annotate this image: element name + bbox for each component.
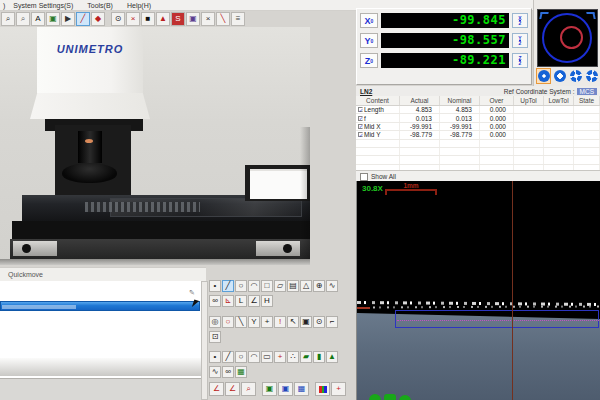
col-header-actual[interactable]: Actual — [400, 96, 440, 105]
cylinder-tool[interactable]: ▤ — [287, 280, 299, 292]
l-shape-tool[interactable]: L — [235, 295, 247, 307]
table-row-0[interactable]: ✓Length4.8534.8530.000 — [356, 106, 600, 114]
half-z-button[interactable]: Z2 — [512, 53, 528, 68]
point-tool[interactable]: • — [209, 280, 221, 292]
plane-tool[interactable]: ▰ — [300, 351, 312, 363]
list-icon[interactable]: ≡ — [231, 12, 245, 26]
circle-snap-icon[interactable]: ⊙ — [111, 12, 125, 26]
menu-item-2[interactable]: Tools(B) — [87, 2, 113, 9]
auto-arc-tool[interactable]: ◠ — [248, 351, 260, 363]
line-tool[interactable]: ╱ — [222, 280, 234, 292]
quickmove-slider[interactable] — [0, 301, 200, 311]
row-checkbox[interactable]: ✓ — [358, 124, 363, 129]
pick-point-tool[interactable]: ! — [274, 316, 286, 328]
probe-tool[interactable]: + — [274, 351, 286, 363]
ring-light-inner-button[interactable] — [552, 68, 567, 84]
rgb-adjust-tool[interactable] — [315, 382, 330, 396]
delete-icon[interactable]: × — [201, 12, 215, 26]
col-header-state[interactable]: State — [574, 96, 600, 105]
quickmove-titlebar[interactable]: Quickmove — [0, 267, 206, 282]
cylinder-green-tool[interactable]: ▮ — [313, 351, 325, 363]
output-dxf-tool[interactable]: ▣ — [278, 382, 293, 396]
text-annotation-icon[interactable]: A — [31, 12, 45, 26]
edge-detect-icon[interactable]: ╱ — [76, 12, 90, 26]
col-header-uptol[interactable]: UpTol — [514, 96, 544, 105]
row-checkbox[interactable]: ✓ — [358, 132, 363, 137]
sphere-tool[interactable]: ⊕ — [313, 280, 325, 292]
stage-stop-icon[interactable]: ■ — [141, 12, 155, 26]
zoom-out-icon[interactable]: ⌕ — [16, 12, 30, 26]
width-tool[interactable]: H — [261, 295, 273, 307]
concentric-tool[interactable]: ◎ — [209, 316, 221, 328]
settings-s-icon[interactable]: S — [171, 12, 185, 26]
edit-pen-icon[interactable]: ✎ — [189, 289, 195, 297]
cross-tool[interactable]: + — [261, 316, 273, 328]
center-circle-tool[interactable]: ⊙ — [313, 316, 325, 328]
col-header-content[interactable]: Content — [356, 96, 400, 105]
focus-crosshair-tool[interactable]: + — [331, 382, 346, 396]
pen-icon[interactable]: ╲ — [216, 12, 230, 26]
collapsed-panel-2[interactable] — [0, 378, 201, 400]
tolerance-icon[interactable]: × — [126, 12, 140, 26]
coord-build-b-tool[interactable]: ∠ — [225, 382, 240, 396]
image-capture-icon[interactable]: ▣ — [46, 12, 60, 26]
col-header-nominal[interactable]: Nominal — [440, 96, 480, 105]
zoom-in-icon[interactable]: ⌕ — [1, 12, 15, 26]
capture-box-tool[interactable]: ⊡ — [209, 331, 221, 343]
col-header-lowtol[interactable]: LowTol — [544, 96, 574, 105]
point-line-tool[interactable]: ╲ — [235, 316, 247, 328]
pick-cursor-tool[interactable]: ↖ — [287, 316, 299, 328]
ring-light-quad-a-button[interactable] — [568, 68, 583, 84]
auto-point-tool[interactable]: • — [209, 351, 221, 363]
angle-arc-tool[interactable]: ⊾ — [222, 295, 234, 307]
ref-coordinate-value[interactable]: MCS — [577, 88, 597, 95]
coord-zoom-tool[interactable]: ⌕ — [241, 382, 256, 396]
closed-curve-tool[interactable]: ∞ — [209, 295, 221, 307]
row-checkbox[interactable]: ✓ — [358, 116, 363, 121]
circle-tool[interactable]: ○ — [235, 280, 247, 292]
arc-tool[interactable]: ◠ — [248, 280, 260, 292]
corner-tool[interactable]: ⌐ — [326, 316, 338, 328]
col-header-over[interactable]: Over — [480, 96, 514, 105]
ring-tool[interactable]: ○ — [222, 316, 234, 328]
coord-build-a-tool[interactable]: ∠ — [209, 382, 224, 396]
menu-item-0[interactable]: ) — [3, 2, 5, 9]
edge-roi-box[interactable] — [395, 310, 599, 328]
angle-tool[interactable]: ∠ — [248, 295, 260, 307]
curve-tool[interactable]: ∿ — [326, 280, 338, 292]
quickmove-scrollbar[interactable] — [201, 281, 208, 400]
ring-light-quad-b-button[interactable] — [584, 68, 599, 84]
grid-scan-tool[interactable]: ▦ — [235, 366, 247, 378]
auto-curve-tool[interactable]: ∿ — [209, 366, 221, 378]
auto-circle-tool[interactable]: ○ — [235, 351, 247, 363]
output-grid-tool[interactable]: ▦ — [294, 382, 309, 396]
scan-rect-tool[interactable]: ▭ — [261, 351, 273, 363]
measure-icon[interactable]: ◆ — [91, 12, 105, 26]
half-y-button[interactable]: Y2 — [512, 33, 528, 48]
table-row-3[interactable]: ✓Mid Y-98.779-98.7790.000 — [356, 131, 600, 139]
cone-tool[interactable]: ▲ — [326, 351, 338, 363]
polygon-tool[interactable]: ▱ — [274, 280, 286, 292]
row-checkbox[interactable]: ✓ — [358, 107, 363, 112]
camera-live-view[interactable]: 30.8X 1mm — [356, 181, 600, 400]
three-point-tool[interactable]: ∴ — [287, 351, 299, 363]
half-x-button[interactable]: X2 — [512, 13, 528, 28]
output-report-tool[interactable]: ▣ — [262, 382, 277, 396]
branch-tool[interactable]: Y — [248, 316, 260, 328]
rect-tool[interactable]: □ — [261, 280, 273, 292]
lamp-icon[interactable]: ▲ — [156, 12, 170, 26]
film-icon[interactable]: ▣ — [186, 12, 200, 26]
feature-name[interactable]: LN2 — [360, 88, 372, 95]
ring-light-all-button[interactable] — [536, 68, 551, 84]
pointer-icon[interactable]: ▶ — [61, 12, 75, 26]
image-box-tool[interactable]: ▣ — [300, 316, 312, 328]
collapsed-panel-1[interactable] — [0, 358, 201, 376]
auto-blob-tool[interactable]: ∞ — [222, 366, 234, 378]
show-all-checkbox[interactable] — [360, 173, 368, 181]
menu-item-3[interactable]: Help(H) — [127, 2, 151, 9]
menu-item-1[interactable]: System Settings(S) — [13, 2, 73, 9]
triangle-tool[interactable]: △ — [300, 280, 312, 292]
auto-line-tool[interactable]: ╱ — [222, 351, 234, 363]
table-row-2[interactable]: ✓Mid X-99.991-99.9910.000 — [356, 123, 600, 131]
table-row-1[interactable]: ✓f0.0130.0130.000 — [356, 114, 600, 122]
